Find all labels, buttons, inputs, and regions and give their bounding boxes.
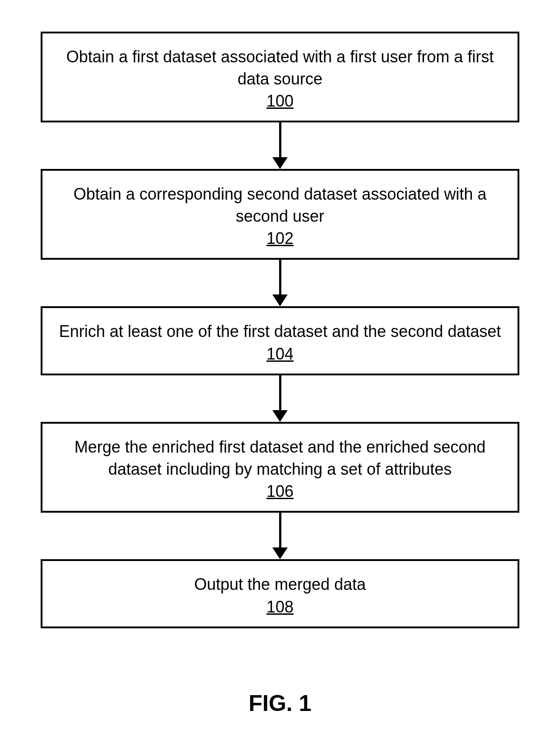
step-ref: 104 (266, 345, 294, 364)
step-text: Obtain a first dataset associated with a… (56, 46, 504, 90)
arrow-icon (272, 260, 288, 306)
figure-label: FIG. 1 (249, 690, 312, 716)
step-text: Merge the enriched first dataset and the… (56, 436, 504, 480)
flowchart-container: Obtain a first dataset associated with a… (41, 32, 519, 628)
step-ref: 102 (266, 229, 294, 248)
step-ref: 106 (266, 482, 294, 501)
flowchart-step-104: Enrich at least one of the first dataset… (41, 306, 519, 375)
step-ref: 100 (266, 92, 294, 111)
flowchart-step-108: Output the merged data 108 (41, 559, 519, 628)
arrow-icon (272, 375, 288, 422)
flowchart-step-106: Merge the enriched first dataset and the… (41, 422, 519, 513)
flowchart-step-100: Obtain a first dataset associated with a… (41, 32, 519, 122)
arrow-icon (272, 513, 288, 559)
step-text: Obtain a corresponding second dataset as… (56, 183, 504, 227)
step-text: Output the merged data (56, 574, 504, 596)
step-text: Enrich at least one of the first dataset… (56, 321, 504, 343)
arrow-icon (272, 122, 288, 169)
step-ref: 108 (266, 598, 294, 617)
flowchart-step-102: Obtain a corresponding second dataset as… (41, 169, 519, 260)
